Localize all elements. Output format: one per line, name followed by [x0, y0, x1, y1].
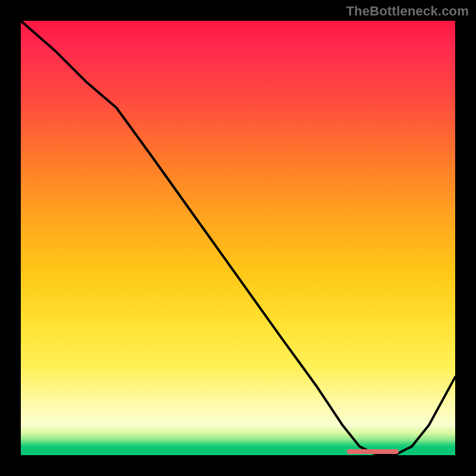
curve-path [21, 21, 455, 455]
bottleneck-curve [21, 21, 455, 455]
optimal-range-marker [347, 449, 399, 454]
plot-area [21, 21, 455, 455]
watermark-text: TheBottleneck.com [346, 4, 469, 19]
chart-frame: TheBottleneck.com [0, 0, 476, 476]
